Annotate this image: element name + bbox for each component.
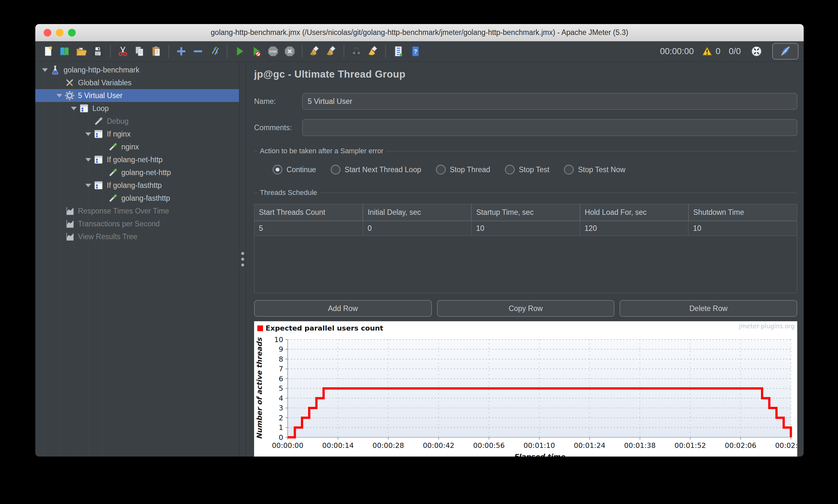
start-no-pauses-button[interactable] [249,44,264,59]
panel-splitter[interactable] [239,61,246,456]
col-shutdown-time[interactable]: Shutdown Time [688,204,797,221]
tree-item-transactions-per-second[interactable]: Transactions per Second [35,217,239,230]
tree-item-if-nginx[interactable]: If nginx [35,128,239,140]
function-helper-icon [393,46,404,57]
expand-arrow-icon[interactable] [83,153,93,166]
toggle-icon [209,46,220,57]
minimize-button[interactable] [56,29,64,37]
function-helper-button[interactable] [391,44,405,59]
expand-arrow-icon[interactable] [83,128,93,140]
toolbar-separator [169,45,169,58]
close-button[interactable] [43,29,51,37]
stop-button[interactable] [266,44,280,59]
elapsed-clock: 00:00:00 [660,47,694,56]
col-initial-delay[interactable]: Initial Delay, sec [363,204,471,221]
tree-item-loop-controller[interactable]: Loop [35,102,239,115]
apache-feather-icon [780,46,791,57]
arrow-spacer [54,204,65,217]
svg-text:00:01:10: 00:01:10 [524,442,555,450]
clear-search-button[interactable] [366,44,381,59]
toolbar-separator [385,45,386,58]
controller-icon [93,155,104,165]
radio-stop-test[interactable]: Stop Test [505,165,549,175]
expected-parallel-users-chart: 01234567891000:00:0000:00:1400:00:2800:0… [254,321,797,456]
comments-input[interactable] [302,119,797,136]
expand-arrow-icon[interactable] [83,179,93,192]
search-button[interactable] [349,44,364,59]
copy-button[interactable] [132,44,147,59]
save-button[interactable] [90,44,105,59]
broom-icon [309,46,320,57]
remote-start-button[interactable] [749,44,764,59]
help-button[interactable] [407,44,422,59]
shutdown-button[interactable] [282,44,297,59]
sampler-dropper-icon [108,167,118,178]
sampler-dropper-icon [108,142,118,152]
radio-stop-thread[interactable]: Stop Thread [436,165,490,175]
arrow-spacer [54,76,65,89]
radio-dot-icon [505,165,514,175]
shutdown-x-icon [284,46,295,57]
copy-icon [134,46,145,57]
delete-row-button[interactable]: Delete Row [619,300,797,317]
toolbar-separator [344,45,344,58]
expand-arrow-icon[interactable] [54,89,65,102]
svg-text:4: 4 [279,394,283,402]
controller-icon [79,103,89,113]
tree-item-golang-net-http-sampler[interactable]: golang-net-http [35,166,239,179]
toggle-button[interactable] [207,44,222,59]
radio-start-next-thread-loop[interactable]: Start Next Thread Loop [331,165,421,175]
table-row: 5 0 10 120 10 [255,221,797,236]
expand-arrow-icon[interactable] [69,102,79,115]
start-play-icon [234,46,245,57]
table-empty-area [255,236,797,293]
cut-button[interactable] [116,44,130,59]
tree-item-test-plan[interactable]: golang-http-benchmark [35,64,239,76]
zoom-button[interactable] [68,29,76,37]
collapse-all-button[interactable] [191,44,205,59]
svg-text:10: 10 [274,336,283,344]
tree-item-view-results-tree[interactable]: View Results Tree [35,230,239,243]
controller-icon [93,180,104,191]
cell-startup-time[interactable]: 10 [471,221,580,236]
start-button[interactable] [232,44,247,59]
broom-all-icon [326,46,337,57]
tree-item-response-times-over-time[interactable]: Response Times Over Time [35,204,239,217]
clear-all-button[interactable] [324,44,339,59]
apache-feather-logo-button[interactable] [772,43,799,60]
tree-item-thread-group-selected[interactable]: 5 Virtual User [35,89,239,102]
col-hold-load-for[interactable]: Hold Load For, sec [580,204,688,221]
svg-text:00:02:20: 00:02:20 [775,442,797,450]
cell-start-threads-count[interactable]: 5 [255,221,363,236]
add-row-button[interactable]: Add Row [254,300,432,317]
tree-item-if-golang-fasthttp[interactable]: If golang-fasthttp [35,179,239,192]
expand-all-button[interactable] [174,44,189,59]
radio-stop-test-now[interactable]: Stop Test Now [564,165,625,175]
log-errors-indicator[interactable]: 0 [702,46,720,56]
plus-icon [176,46,187,57]
expand-arrow-icon[interactable] [40,64,50,76]
tree-item-golang-fasthttp-sampler[interactable]: golang-fasthttp [35,192,239,204]
paste-button[interactable] [149,44,163,59]
toolbar-separator [227,45,227,58]
tree-item-global-variables[interactable]: Global Variables [35,76,239,89]
col-startup-time[interactable]: Startup Time, sec [471,204,580,221]
cell-shutdown-time[interactable]: 10 [688,221,797,236]
tree-item-debug-sampler[interactable]: Debug [35,115,239,128]
open-file-button[interactable] [74,44,89,59]
cell-hold-load-for[interactable]: 120 [580,221,688,236]
name-input[interactable] [302,93,797,110]
tree-item-if-golang-net-http[interactable]: If golang-net-http [35,153,239,166]
col-start-threads-count[interactable]: Start Threads Count [255,204,363,221]
templates-button[interactable] [57,44,72,59]
clear-button[interactable] [307,44,322,59]
paste-clipboard-icon [151,46,162,57]
tree-item-nginx-sampler[interactable]: nginx [35,140,239,153]
title-bar[interactable]: golang-http-benchmark.jmx (/Users/nicola… [35,24,804,41]
new-file-button[interactable] [40,44,55,59]
svg-text:00:00:14: 00:00:14 [322,442,353,450]
cell-initial-delay[interactable]: 0 [363,221,471,236]
radio-continue[interactable]: Continue [273,165,316,175]
copy-row-button[interactable]: Copy Row [437,300,615,317]
start-no-pauses-icon [251,46,262,57]
